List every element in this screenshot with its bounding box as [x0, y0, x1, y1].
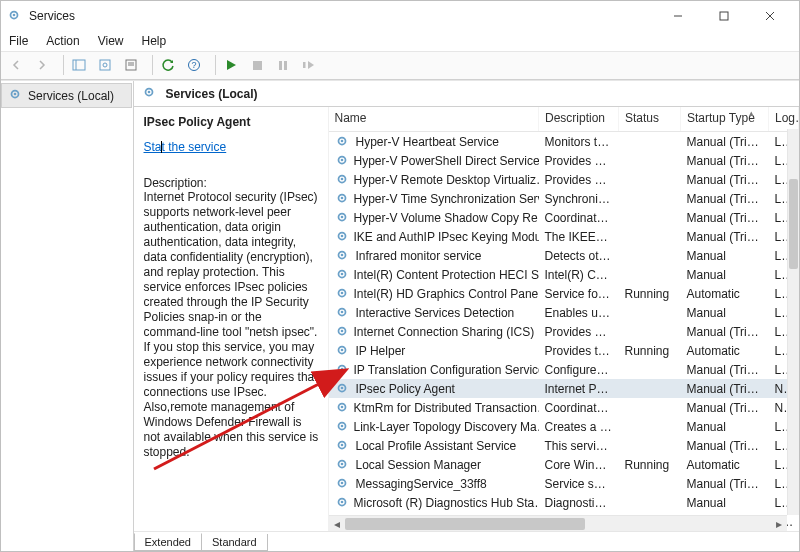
help-button[interactable]: ? — [183, 54, 205, 76]
col-name[interactable]: Name — [329, 107, 539, 132]
svg-point-34 — [340, 234, 343, 237]
svg-text:?: ? — [191, 60, 196, 70]
service-name: KtmRm for Distributed Transaction… — [354, 401, 539, 415]
service-gear-icon — [335, 343, 351, 359]
minimize-button[interactable] — [655, 1, 701, 31]
table-row[interactable]: MessagingService_33ff8Service sup…Manual… — [329, 474, 799, 493]
table-row[interactable]: Interactive Services DetectionEnables us… — [329, 303, 799, 322]
description-text: Internet Protocol security (IPsec) suppo… — [144, 190, 320, 460]
svg-rect-3 — [720, 12, 728, 20]
svg-rect-15 — [253, 61, 262, 70]
service-description: Provides a p… — [539, 170, 619, 189]
service-description: Creates a N… — [539, 417, 619, 436]
refresh-button[interactable] — [157, 54, 179, 76]
scroll-left-icon[interactable]: ◂ — [329, 516, 345, 532]
service-description: Service sup… — [539, 474, 619, 493]
svg-point-42 — [340, 310, 343, 313]
nav-item-services-local[interactable]: Services (Local) — [1, 83, 132, 108]
table-row[interactable]: Hyper-V PowerShell Direct ServiceProvide… — [329, 151, 799, 170]
service-gear-icon — [335, 495, 349, 511]
forward-button[interactable] — [31, 54, 53, 76]
service-status — [619, 493, 681, 512]
svg-point-1 — [13, 14, 16, 17]
table-row[interactable]: Link-Layer Topology Discovery Ma…Creates… — [329, 417, 799, 436]
service-name: Local Profile Assistant Service — [356, 439, 517, 453]
pause-service-button[interactable] — [272, 54, 294, 76]
service-startup-type: Manual — [681, 246, 769, 265]
service-startup-type: Manual (Trig… — [681, 227, 769, 246]
table-row[interactable]: IKE and AuthIP IPsec Keying Modu…The IKE… — [329, 227, 799, 246]
menu-file[interactable]: File — [9, 34, 28, 48]
svg-point-52 — [340, 405, 343, 408]
horizontal-scrollbar[interactable]: ◂ ▸ — [329, 515, 788, 531]
table-row[interactable]: IP HelperProvides tu…RunningAutomaticLoc… — [329, 341, 799, 360]
export-list-button[interactable] — [94, 54, 116, 76]
restart-service-button[interactable] — [298, 54, 320, 76]
services-app-icon — [7, 8, 23, 24]
table-row[interactable]: Intel(R) Content Protection HECI S…Intel… — [329, 265, 799, 284]
service-name: IP Helper — [356, 344, 406, 358]
table-row[interactable]: IPsec Policy AgentInternet Pro…Manual (T… — [329, 379, 799, 398]
close-button[interactable] — [747, 1, 793, 31]
service-name: Local Session Manager — [356, 458, 481, 472]
svg-point-32 — [340, 215, 343, 218]
col-startup-type[interactable]: Startup Type — [681, 107, 769, 132]
tab-extended[interactable]: Extended — [134, 533, 202, 551]
col-description[interactable]: Description — [539, 107, 619, 132]
service-name: IPsec Policy Agent — [356, 382, 455, 396]
service-startup-type: Manual (Trig… — [681, 208, 769, 227]
table-row[interactable]: Internet Connection Sharing (ICS)Provide… — [329, 322, 799, 341]
col-logon-as[interactable]: Log… — [769, 107, 799, 132]
svg-point-48 — [340, 367, 343, 370]
maximize-button[interactable] — [701, 1, 747, 31]
menubar: File Action View Help — [1, 31, 799, 52]
menu-help[interactable]: Help — [142, 34, 167, 48]
table-row[interactable]: IP Translation Configuration ServiceConf… — [329, 360, 799, 379]
sort-indicator-icon: ▴ — [749, 108, 754, 118]
titlebar[interactable]: Services — [1, 1, 799, 31]
service-description: Monitors th… — [539, 132, 619, 152]
table-row[interactable]: Local Profile Assistant ServiceThis serv… — [329, 436, 799, 455]
vertical-scrollbar[interactable] — [787, 129, 799, 515]
properties-button[interactable] — [120, 54, 142, 76]
show-hide-tree-button[interactable] — [68, 54, 90, 76]
service-gear-icon — [335, 210, 349, 226]
start-service-link[interactable]: Stat the service — [144, 139, 320, 154]
service-startup-type: Manual — [681, 303, 769, 322]
table-row[interactable]: Local Session ManagerCore Windo…RunningA… — [329, 455, 799, 474]
service-status — [619, 379, 681, 398]
nav-item-label: Services (Local) — [28, 89, 114, 103]
service-gear-icon — [335, 457, 351, 473]
menu-view[interactable]: View — [98, 34, 124, 48]
service-status — [619, 474, 681, 493]
table-row[interactable]: Infrared monitor serviceDetects oth…Manu… — [329, 246, 799, 265]
description-label: Description: — [144, 176, 320, 190]
table-row[interactable]: Hyper-V Volume Shadow Copy Re…Coordinate… — [329, 208, 799, 227]
col-status[interactable]: Status — [619, 107, 681, 132]
service-name: IKE and AuthIP IPsec Keying Modu… — [354, 230, 539, 244]
table-row[interactable]: Hyper-V Time Synchronization Serv…Synchr… — [329, 189, 799, 208]
tab-extended-label: Extended — [145, 536, 191, 548]
table-row[interactable]: Intel(R) HD Graphics Control Panel…Servi… — [329, 284, 799, 303]
back-button[interactable] — [5, 54, 27, 76]
window-title: Services — [29, 9, 75, 23]
start-service-button[interactable] — [220, 54, 242, 76]
scroll-right-icon[interactable]: ▸ — [771, 516, 787, 532]
table-row[interactable]: Hyper-V Remote Desktop Virtualiz…Provide… — [329, 170, 799, 189]
svg-point-50 — [340, 386, 343, 389]
svg-point-56 — [340, 443, 343, 446]
service-name: Hyper-V Remote Desktop Virtualiz… — [354, 173, 539, 187]
service-status — [619, 303, 681, 322]
table-row[interactable]: Hyper-V Heartbeat ServiceMonitors th…Man… — [329, 132, 799, 152]
horizontal-scroll-thumb[interactable] — [345, 518, 585, 530]
vertical-scroll-thumb[interactable] — [789, 179, 798, 269]
menu-action[interactable]: Action — [46, 34, 79, 48]
stop-service-button[interactable] — [246, 54, 268, 76]
table-row[interactable]: KtmRm for Distributed Transaction…Coordi… — [329, 398, 799, 417]
table-row[interactable]: Microsoft (R) Diagnostics Hub Sta…Diagno… — [329, 493, 799, 512]
tab-standard[interactable]: Standard — [201, 534, 268, 551]
right-header-label: Services (Local) — [166, 87, 258, 101]
service-description: The IKEEXT … — [539, 227, 619, 246]
service-gear-icon — [335, 438, 351, 454]
service-status — [619, 170, 681, 189]
